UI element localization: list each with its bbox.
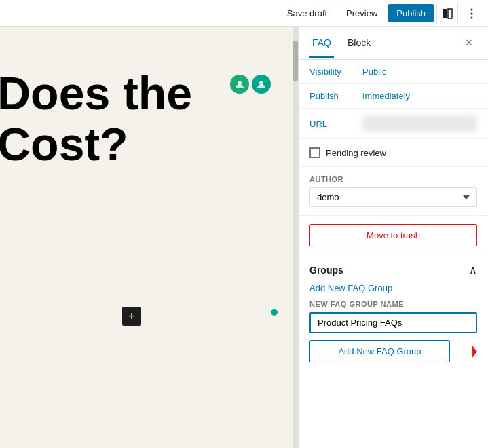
move-to-trash-button[interactable]: Move to trash bbox=[309, 224, 477, 246]
publish-button[interactable]: Publish bbox=[388, 4, 434, 22]
visibility-row: Visibility Public bbox=[299, 60, 488, 84]
pending-review-checkbox[interactable] bbox=[309, 147, 320, 158]
preview-button[interactable]: Preview bbox=[338, 4, 386, 22]
add-block-button[interactable]: + bbox=[122, 307, 141, 326]
url-row: URL bbox=[299, 109, 488, 139]
sidebar-content: Visibility Public Publish Immediately UR… bbox=[299, 60, 488, 448]
scrollbar[interactable] bbox=[293, 27, 298, 448]
add-group-btn-row: Add New FAQ Group bbox=[309, 340, 477, 362]
sidebar: FAQ Block × Visibility Public Publish Im… bbox=[298, 27, 488, 448]
pending-review-label: Pending review bbox=[326, 148, 386, 158]
group-name-input[interactable] bbox=[309, 312, 477, 333]
groups-title: Groups bbox=[309, 265, 343, 276]
publish-row: Publish Immediately bbox=[299, 84, 488, 109]
heading-text: Does the Cost? bbox=[0, 68, 192, 170]
groups-chevron-icon[interactable]: ∧ bbox=[469, 263, 477, 276]
author-label: AUTHOR bbox=[309, 175, 477, 183]
groups-header: Groups ∧ bbox=[309, 263, 477, 276]
toolbar: Save draft Preview Publish bbox=[0, 0, 488, 27]
main-area: Does the Cost? + bbox=[0, 27, 488, 448]
layout-toggle-button[interactable] bbox=[436, 3, 458, 24]
url-value bbox=[362, 115, 477, 132]
content-area: Does the Cost? + bbox=[0, 27, 298, 448]
avatar-cluster bbox=[230, 75, 271, 94]
add-new-faq-group-link[interactable]: Add New FAQ Group bbox=[309, 283, 477, 293]
sidebar-header: FAQ Block × bbox=[299, 27, 488, 60]
add-new-faq-group-button[interactable]: Add New FAQ Group bbox=[309, 340, 450, 362]
visibility-value[interactable]: Public bbox=[362, 67, 386, 77]
layout-icon bbox=[442, 8, 453, 19]
publish-value[interactable]: Immediately bbox=[362, 91, 410, 101]
more-options-button[interactable] bbox=[461, 3, 483, 24]
status-dot bbox=[271, 309, 278, 316]
avatar-teal bbox=[252, 75, 271, 94]
tab-faq[interactable]: FAQ bbox=[309, 29, 334, 58]
save-draft-button[interactable]: Save draft bbox=[279, 4, 335, 22]
svg-point-4 bbox=[471, 16, 473, 18]
sidebar-close-button[interactable]: × bbox=[461, 35, 477, 52]
svg-marker-7 bbox=[455, 346, 477, 358]
svg-point-3 bbox=[471, 12, 473, 14]
avatar-green bbox=[230, 75, 249, 94]
svg-rect-0 bbox=[443, 9, 447, 18]
author-select[interactable]: demo bbox=[309, 187, 477, 207]
scrollbar-thumb[interactable] bbox=[293, 41, 298, 81]
pending-review-row: Pending review bbox=[299, 139, 488, 167]
svg-point-2 bbox=[471, 8, 473, 10]
svg-rect-1 bbox=[448, 9, 452, 18]
more-options-icon bbox=[470, 8, 473, 19]
groups-section: Groups ∧ Add New FAQ Group NEW FAQ GROUP… bbox=[299, 255, 488, 371]
publish-label: Publish bbox=[309, 91, 357, 101]
new-group-label: NEW FAQ GROUP NAME bbox=[309, 300, 477, 308]
url-label: URL bbox=[309, 119, 357, 129]
arrow-icon-svg bbox=[455, 345, 477, 358]
visibility-label: Visibility bbox=[309, 67, 357, 77]
tab-block[interactable]: Block bbox=[345, 29, 373, 58]
author-section: AUTHOR demo bbox=[299, 167, 488, 216]
arrow-indicator bbox=[455, 343, 477, 360]
